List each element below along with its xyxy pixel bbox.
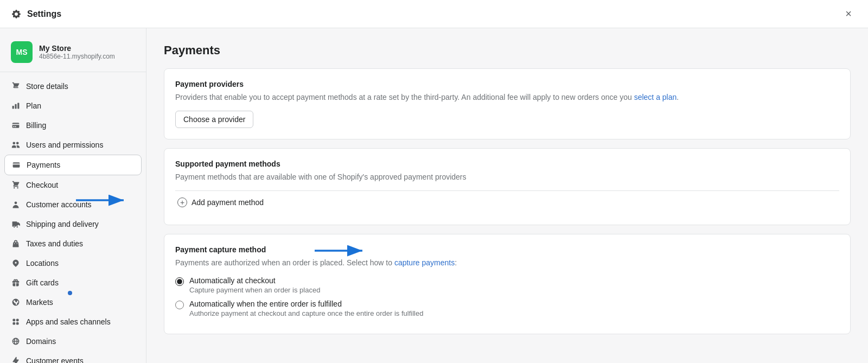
sidebar-item-shipping-delivery[interactable]: Shipping and delivery	[0, 214, 146, 234]
sidebar-label-locations: Locations	[26, 259, 59, 268]
supported-methods-desc: Payment methods that are available with …	[175, 171, 839, 183]
supported-methods-title: Supported payment methods	[175, 160, 839, 168]
sidebar-label-payments: Payments	[27, 161, 60, 169]
payments-icon	[11, 160, 21, 170]
content-area: Payments Payment providers Providers tha…	[146, 28, 868, 363]
add-payment-method-label: Add payment method	[192, 198, 264, 207]
store-url: 4b856e-11.myshopify.com	[39, 53, 115, 60]
radio-item-auto-fulfilled: Automatically when the entire order is f…	[175, 300, 839, 317]
plus-circle-icon: +	[177, 198, 187, 207]
radio-auto-checkout-title: Automatically at checkout	[189, 276, 320, 285]
radio-auto-fulfilled-title: Automatically when the entire order is f…	[189, 300, 423, 308]
payment-providers-title: Payment providers	[175, 80, 839, 88]
select-plan-link[interactable]: select a plan	[634, 93, 677, 101]
payment-providers-desc: Providers that enable you to accept paym…	[175, 92, 839, 103]
choose-provider-button[interactable]: Choose a provider	[175, 111, 253, 128]
plan-icon	[11, 101, 21, 111]
radio-auto-fulfilled-desc: Authorize payment at checkout and captur…	[189, 309, 423, 317]
capture-method-title: Payment capture method	[175, 245, 839, 254]
close-button[interactable]: ×	[840, 5, 857, 23]
store-header: MS My Store 4b856e-11.myshopify.com	[0, 37, 146, 72]
sidebar: MS My Store 4b856e-11.myshopify.com Stor…	[0, 28, 146, 363]
sidebar-item-locations[interactable]: Locations	[0, 253, 146, 273]
sidebar-item-payments[interactable]: Payments	[4, 155, 142, 175]
store-info: My Store 4b856e-11.myshopify.com	[39, 44, 115, 60]
domains-icon	[11, 336, 21, 346]
customer-accounts-icon	[11, 200, 21, 209]
customer-events-icon	[11, 356, 21, 363]
sidebar-label-users-permissions: Users and permissions	[26, 141, 103, 149]
page-title-bar: Settings	[27, 9, 61, 19]
sidebar-label-plan: Plan	[26, 101, 41, 110]
store-avatar: MS	[11, 41, 33, 63]
sidebar-item-taxes-duties[interactable]: Taxes and duties	[0, 234, 146, 253]
payment-capture-method-card: Payment capture method Payments are auth…	[164, 234, 851, 334]
sidebar-item-plan[interactable]: Plan	[0, 96, 146, 116]
radio-auto-fulfilled-labels: Automatically when the entire order is f…	[189, 300, 423, 317]
radio-auto-fulfilled[interactable]	[175, 301, 184, 309]
gift-cards-icon	[11, 278, 21, 288]
add-payment-method-row[interactable]: + Add payment method	[175, 190, 839, 214]
radio-auto-checkout[interactable]	[175, 277, 184, 286]
taxes-icon	[11, 239, 21, 249]
radio-item-auto-checkout: Automatically at checkout Capture paymen…	[175, 276, 839, 294]
sidebar-item-users-permissions[interactable]: Users and permissions	[0, 135, 146, 155]
sidebar-label-domains: Domains	[26, 337, 56, 346]
markets-icon	[11, 297, 21, 307]
apps-icon	[11, 317, 21, 327]
main-layout: MS My Store 4b856e-11.myshopify.com Stor…	[0, 28, 868, 363]
shipping-icon	[11, 219, 21, 229]
billing-icon	[11, 120, 21, 130]
supported-payment-methods-card: Supported payment methods Payment method…	[164, 148, 851, 225]
sidebar-item-customer-events[interactable]: Customer events	[0, 351, 146, 363]
sidebar-label-customer-accounts: Customer accounts	[26, 200, 92, 209]
capture-payments-link[interactable]: capture payments	[394, 258, 455, 267]
gear-icon	[11, 9, 22, 20]
sidebar-label-taxes-duties: Taxes and duties	[26, 239, 83, 248]
radio-auto-checkout-labels: Automatically at checkout Capture paymen…	[189, 276, 320, 294]
sidebar-item-gift-cards[interactable]: Gift cards	[0, 273, 146, 292]
store-icon	[11, 81, 21, 91]
sidebar-label-checkout: Checkout	[26, 181, 58, 189]
capture-method-desc: Payments are authorized when an order is…	[175, 257, 839, 269]
payments-title: Payments	[164, 43, 851, 58]
radio-auto-checkout-desc: Capture payment when an order is placed	[189, 286, 320, 294]
users-icon	[11, 140, 21, 150]
dot-indicator	[68, 291, 72, 295]
sidebar-label-markets: Markets	[26, 298, 53, 307]
sidebar-item-store-details[interactable]: Store details	[0, 77, 146, 96]
sidebar-label-billing: Billing	[26, 121, 46, 130]
store-name: My Store	[39, 44, 115, 53]
sidebar-label-apps-sales-channels: Apps and sales channels	[26, 317, 111, 326]
checkout-icon	[11, 180, 21, 190]
sidebar-item-customer-accounts[interactable]: Customer accounts	[0, 195, 146, 214]
locations-icon	[11, 258, 21, 268]
sidebar-label-store-details: Store details	[26, 82, 68, 91]
capture-method-radio-group: Automatically at checkout Capture paymen…	[175, 276, 839, 317]
payment-providers-card: Payment providers Providers that enable …	[164, 68, 851, 139]
sidebar-item-billing[interactable]: Billing	[0, 116, 146, 135]
top-bar: Settings ×	[0, 0, 868, 28]
sidebar-item-domains[interactable]: Domains	[0, 332, 146, 351]
top-bar-left: Settings	[11, 9, 61, 20]
sidebar-label-shipping-delivery: Shipping and delivery	[26, 220, 99, 228]
sidebar-item-apps-sales-channels[interactable]: Apps and sales channels	[0, 312, 146, 332]
sidebar-item-checkout[interactable]: Checkout	[0, 175, 146, 195]
sidebar-label-gift-cards: Gift cards	[26, 278, 59, 287]
sidebar-item-markets[interactable]: Markets	[0, 292, 146, 312]
sidebar-label-customer-events: Customer events	[26, 356, 84, 363]
